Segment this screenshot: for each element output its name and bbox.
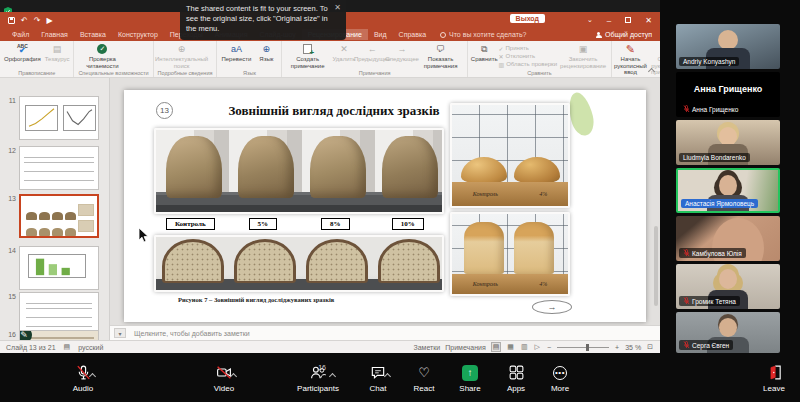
participants-button[interactable]: 16 Participants — [288, 363, 348, 393]
muted-mic-icon — [683, 105, 690, 113]
tab-design[interactable]: Конструктор — [112, 29, 164, 40]
person-icon — [596, 32, 602, 38]
titlebar-badge[interactable]: Выход — [510, 14, 545, 23]
bread-photo-cut-loaves — [154, 235, 444, 292]
slideshow-view-icon[interactable]: ▷ — [534, 343, 541, 351]
normal-view-icon[interactable]: ▤ — [491, 342, 502, 352]
thumbnail-slide-12[interactable]: 12 — [6, 146, 99, 190]
undo-icon[interactable]: ↶ — [21, 16, 28, 25]
notes-toggle[interactable]: Заметки — [414, 344, 441, 351]
muted-mic-icon — [683, 249, 690, 257]
participant-tile-liudmyla[interactable]: Liudmyla Bondarenko — [676, 120, 780, 165]
notes-collapse-icon[interactable]: ▾ — [114, 328, 126, 338]
tab-view[interactable]: Вид — [368, 29, 393, 40]
language-indicator[interactable]: русский — [78, 344, 103, 351]
accept-button[interactable]: ✓ Принять — [499, 45, 558, 52]
close-button[interactable]: ✕ — [645, 16, 652, 25]
zoom-slider[interactable] — [557, 347, 609, 348]
ellipsis-icon: ••• — [553, 366, 567, 380]
share-button[interactable]: ↑ Share — [444, 363, 496, 393]
end-review-button[interactable]: ▣ Закончить рецензирование — [557, 42, 609, 70]
audio-button[interactable]: Audio — [57, 363, 109, 393]
spelling-icon: ABC✔ — [17, 44, 28, 55]
zoom-in-icon[interactable]: + — [614, 344, 620, 351]
participant-tile-hromyk[interactable]: Громик Тетяна — [676, 264, 780, 309]
compare-icon: ⧉ — [481, 43, 487, 55]
save-icon[interactable] — [8, 17, 15, 24]
slide-editing-area[interactable]: 13 Зовнішній вигляд дослідних зразків Ко… — [110, 78, 660, 325]
slide-thumbnail-panel[interactable]: 11 12 13 — [0, 78, 110, 340]
accessibility-icon: ✓ — [97, 44, 107, 54]
spellcheck-icon[interactable]: ▤ — [64, 343, 71, 351]
smart-lookup-button[interactable]: ⊕ Интеллектуальный поиск — [156, 42, 208, 70]
bread-photo-whole-loaves — [154, 128, 444, 214]
participant-tile-kambulova[interactable]: Камбулова Юлія — [676, 216, 780, 261]
reject-button[interactable]: ✕ Отклонить — [499, 53, 558, 60]
start-inking-button[interactable]: ✎ Начать рукописный ввод — [614, 42, 647, 77]
next-comment-button[interactable]: → Следующее — [388, 42, 417, 70]
participant-tile-anastasiia-speaking[interactable]: Анастасія Ярмоловець — [676, 168, 780, 213]
comments-toggle[interactable]: Примечания — [445, 344, 485, 351]
fit-to-window-icon[interactable]: ⊡ — [646, 343, 654, 351]
share-document-label: Общий доступ — [605, 31, 652, 38]
participant-tile-andriy[interactable]: Andriy Konyashyn — [676, 24, 780, 69]
redo-icon[interactable]: ↷ — [34, 16, 41, 25]
share-document-button[interactable]: Общий доступ — [596, 31, 652, 38]
photo-label-percent: 4% — [539, 191, 547, 197]
sample-labels-row: Контроль 5% 8% 10% — [154, 218, 444, 230]
reviewing-pane-button[interactable]: ▥ Область проверки — [499, 61, 558, 68]
muted-mic-icon — [683, 297, 690, 305]
participant-name-label: Громик Тетяна — [679, 296, 740, 306]
start-slideshow-icon[interactable]: ▶ — [46, 16, 52, 25]
tell-me-label: Что вы хотите сделать? — [449, 31, 526, 38]
slide-nav-arrow-button[interactable]: → — [532, 300, 572, 314]
ribbon-display-options-icon[interactable]: ⌄ — [587, 16, 593, 24]
slide-scrollbar[interactable] — [654, 226, 658, 306]
tab-file[interactable]: Файл — [6, 29, 35, 40]
react-button[interactable]: ♡ React — [398, 363, 450, 393]
powerpoint-window: ↶ ↷ ▶ Выход ⌄ – ✕ Файл Главная Вставка К… — [0, 12, 660, 353]
tab-insert[interactable]: Вставка — [74, 29, 112, 40]
toast-text: The shared content is fit to your screen… — [186, 4, 328, 33]
new-comment-button[interactable]: Создать примечание — [284, 42, 331, 70]
participant-tile-serha[interactable]: Серга Євген — [676, 312, 780, 353]
check-accessibility-button[interactable]: ✓ Проверка читаемости — [76, 42, 128, 70]
thesaurus-button[interactable]: ▤ Тезаурус — [43, 42, 72, 70]
tell-me-box[interactable]: Что вы хотите сделать? — [440, 31, 526, 38]
slide-sorter-view-icon[interactable]: ▦ — [506, 343, 515, 351]
sample-label-control: Контроль — [166, 218, 215, 230]
sample-label-10: 10% — [392, 218, 424, 230]
spelling-button[interactable]: ABC✔ Орфография — [2, 42, 43, 70]
tab-home[interactable]: Главная — [35, 29, 74, 40]
photo-label-control: Контроль — [473, 191, 498, 197]
previous-comment-button[interactable]: ← Предыдущее — [357, 42, 388, 70]
zoom-out-icon[interactable]: − — [546, 344, 552, 351]
reading-view-icon[interactable]: ▥ — [520, 343, 529, 351]
chat-button[interactable]: Chat — [352, 363, 404, 393]
thumbnail-slide-16[interactable]: 16 ✎ — [6, 330, 99, 340]
compare-button[interactable]: ⧉ Сравнить — [470, 42, 499, 70]
show-comments-button[interactable]: 🗩 Показать примечания — [416, 42, 464, 70]
thumbnail-slide-14[interactable]: 14 — [6, 246, 99, 290]
participants-options-chevron[interactable] — [329, 373, 336, 380]
participant-tile-anna[interactable]: Анна Грищенко Анна Грищенко — [676, 72, 780, 117]
photo-label-control: Контроль — [473, 281, 498, 287]
thumbnail-number: 11 — [6, 96, 16, 140]
thumbnail-slide-11[interactable]: 11 — [6, 96, 99, 140]
slide-title: Зовнішній вигляд дослідних зразків — [184, 103, 484, 119]
notes-pane[interactable]: ▾ Щелкните, чтобы добавить заметки — [110, 325, 660, 340]
language-button[interactable]: ⊕ Язык — [253, 42, 279, 70]
leave-button[interactable]: Leave — [748, 363, 800, 393]
minimize-button[interactable]: – — [607, 16, 611, 25]
zoom-level[interactable]: 35 % — [625, 344, 641, 351]
tab-help[interactable]: Справка — [393, 29, 432, 40]
restore-button[interactable] — [625, 17, 631, 23]
translate-button[interactable]: aА Перевести — [219, 42, 253, 70]
more-button[interactable]: ••• More — [534, 363, 586, 393]
slide-canvas[interactable]: 13 Зовнішній вигляд дослідних зразків Ко… — [124, 90, 646, 322]
camera-muted-icon — [215, 364, 233, 381]
notes-placeholder[interactable]: Щелкните, чтобы добавить заметки — [134, 330, 250, 337]
video-button[interactable]: Video — [198, 363, 250, 393]
thumbnail-slide-13-selected[interactable]: 13 — [6, 194, 99, 238]
toast-close-icon[interactable]: ✕ — [334, 3, 341, 14]
